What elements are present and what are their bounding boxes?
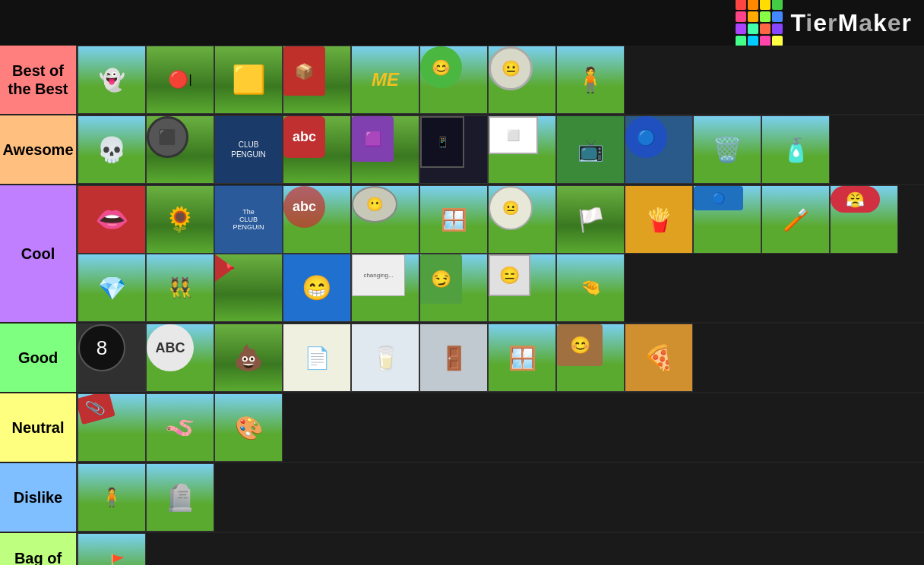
- tier-row-dislike: Dislike 🧍 🪦: [0, 463, 924, 533]
- list-item[interactable]: 🔵: [693, 185, 761, 254]
- list-item[interactable]: 🍟: [625, 185, 693, 254]
- list-item[interactable]: 🪟: [488, 324, 556, 392]
- list-item[interactable]: 👄: [78, 185, 146, 254]
- tiermaker-text: TierMaker: [790, 9, 912, 37]
- list-item[interactable]: 📱: [419, 115, 488, 184]
- list-item[interactable]: 😁: [283, 254, 351, 322]
- list-item[interactable]: 🔵: [625, 115, 693, 184]
- header: TierMaker: [0, 0, 924, 46]
- tier-items-neutral: 📎 🪱 🎨: [76, 393, 924, 462]
- list-item[interactable]: 📺: [556, 115, 625, 184]
- list-item[interactable]: 🎨: [214, 393, 283, 462]
- list-item[interactable]: 🗑️: [693, 115, 761, 184]
- tier-row-cool: Cool 👄 🌻 TheCLUBPENGUIN abc 😶: [0, 185, 924, 324]
- list-item[interactable]: 💎: [78, 254, 146, 322]
- list-item[interactable]: 🔴|: [146, 46, 214, 114]
- list-item[interactable]: 😤: [830, 185, 898, 254]
- tier-items-good: 8 ABC 💩 📄 🥛 🚪 🪟: [76, 324, 924, 392]
- list-item[interactable]: 🍕: [625, 324, 693, 392]
- list-item[interactable]: 💩: [214, 324, 283, 392]
- list-item[interactable]: 📎: [78, 393, 146, 462]
- list-item[interactable]: 🪥: [761, 185, 830, 254]
- tier-row-awesome: Awesome 💀 ⬛ CLUBPENGUIN abc 🟪: [0, 115, 924, 185]
- list-item[interactable]: 👻: [78, 46, 146, 114]
- list-item[interactable]: 📄: [283, 324, 351, 392]
- list-item[interactable]: 😏: [419, 254, 488, 322]
- tier-label-dislike: Dislike: [0, 463, 76, 532]
- list-item[interactable]: 😐: [488, 46, 556, 114]
- list-item[interactable]: 💀: [78, 115, 146, 184]
- list-item[interactable]: 🤏: [556, 254, 625, 322]
- tier-items-best: 👻 🔴| 🟨 📦 ME 😊 😐: [76, 46, 924, 114]
- tier-label-bag: Bag of Grass: [0, 533, 76, 565]
- list-item[interactable]: 🟨: [214, 46, 283, 114]
- tier-items-awesome: 💀 ⬛ CLUBPENGUIN abc 🟪 📱: [76, 115, 924, 184]
- list-item[interactable]: ME: [351, 46, 419, 114]
- list-item[interactable]: abc: [283, 115, 351, 184]
- tier-items-dislike: 🧍 🪦: [76, 463, 924, 532]
- list-item[interactable]: 🪟: [419, 185, 488, 254]
- list-item[interactable]: 8: [78, 324, 146, 392]
- list-item[interactable]: 🚪: [419, 324, 488, 392]
- tiermaker-logo: TierMaker: [736, 0, 912, 46]
- list-item[interactable]: 🏳️: [556, 185, 625, 254]
- list-item[interactable]: 😑: [488, 254, 556, 322]
- list-item[interactable]: 👯: [146, 254, 214, 322]
- tier-label-best: Best ofthe Best: [0, 46, 76, 114]
- tier-row-neutral: Neutral 📎 🪱 🎨: [0, 393, 924, 463]
- list-item[interactable]: 😊: [419, 46, 488, 114]
- list-item[interactable]: 😐: [488, 185, 556, 254]
- list-item[interactable]: 😊: [556, 324, 625, 392]
- list-item[interactable]: 🌻: [146, 185, 214, 254]
- tier-row-bag: Bag of Grass ⛳: [0, 533, 924, 565]
- list-item[interactable]: 📦: [283, 46, 351, 114]
- list-item[interactable]: 🧴: [761, 115, 830, 184]
- list-item[interactable]: ⬛: [146, 115, 214, 184]
- list-item[interactable]: TheCLUBPENGUIN: [214, 185, 283, 254]
- list-item[interactable]: 🧍: [78, 463, 146, 532]
- list-item[interactable]: 🪦: [146, 463, 214, 532]
- list-item[interactable]: changing...: [351, 254, 419, 322]
- list-item[interactable]: 🧍: [556, 46, 625, 114]
- tier-items-cool: 👄 🌻 TheCLUBPENGUIN abc 😶 🪟: [76, 185, 924, 322]
- tier-label-awesome: Awesome: [0, 115, 76, 184]
- tier-items-bag: ⛳: [76, 533, 924, 565]
- tier-list: TierMaker Best ofthe Best 👻 🔴| 🟨 📦: [0, 0, 924, 565]
- list-item[interactable]: 🥛: [351, 324, 419, 392]
- list-item[interactable]: ⛳: [78, 533, 146, 565]
- list-item[interactable]: 🪱: [146, 393, 214, 462]
- list-item[interactable]: 🟪: [351, 115, 419, 184]
- tier-label-good: Good: [0, 324, 76, 392]
- list-item[interactable]: abc: [283, 185, 351, 254]
- tier-row-best: Best ofthe Best 👻 🔴| 🟨 📦 ME: [0, 46, 924, 115]
- tier-row-good: Good 8 ABC 💩 📄 🥛 🚪: [0, 324, 924, 393]
- list-item[interactable]: ⬜: [488, 115, 556, 184]
- logo-grid-icon: [736, 0, 783, 46]
- list-item[interactable]: ABC: [146, 324, 214, 392]
- list-item[interactable]: 😶: [351, 185, 419, 254]
- tier-label-neutral: Neutral: [0, 393, 76, 462]
- list-item[interactable]: CLUBPENGUIN: [214, 115, 283, 184]
- tier-label-cool: Cool: [0, 185, 76, 322]
- list-item[interactable]: 🎀: [214, 254, 283, 322]
